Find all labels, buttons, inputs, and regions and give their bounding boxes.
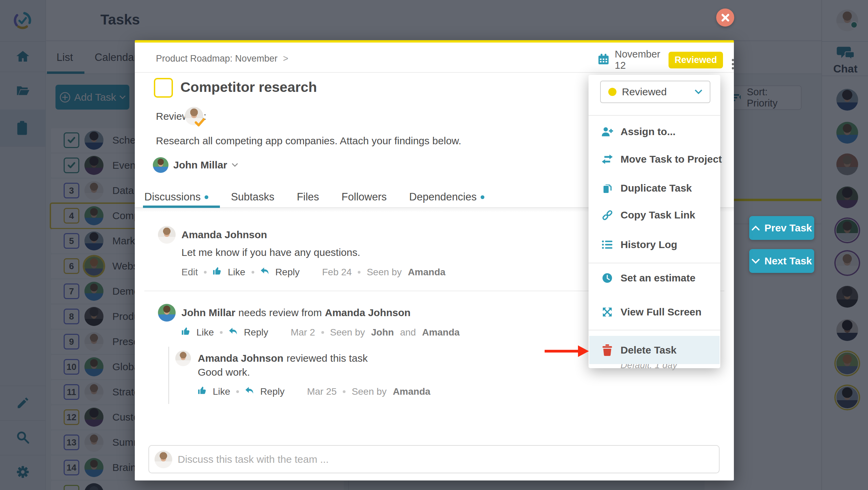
comment-input[interactable] bbox=[178, 446, 712, 473]
reply-icon bbox=[260, 267, 269, 278]
unread-dot bbox=[481, 195, 484, 199]
chevron-down-icon bbox=[232, 163, 238, 167]
breadcrumb-separator: > bbox=[283, 53, 288, 64]
menu-item-history[interactable]: History Log bbox=[589, 232, 720, 257]
comment-body: Let me know if you have any questions. bbox=[181, 247, 360, 258]
comment-body: Good work. bbox=[198, 366, 250, 378]
status-value: Reviewed bbox=[622, 86, 667, 98]
unread-dot bbox=[205, 195, 208, 199]
status-select[interactable]: Reviewed bbox=[600, 81, 710, 103]
seen-by: Seen by bbox=[330, 327, 365, 338]
app-screen: Tasks List Calendar Add Task Sched Event… bbox=[0, 0, 868, 490]
comment-author[interactable]: Amanda Johnson bbox=[181, 229, 267, 241]
task-title: Competitor research bbox=[180, 79, 317, 95]
chevron-down-icon bbox=[695, 89, 702, 94]
seen-by-name: Amanda bbox=[422, 327, 460, 338]
tab-subtasks[interactable]: Subtasks bbox=[231, 191, 274, 203]
tab-discussions[interactable]: Discussions bbox=[144, 191, 208, 203]
menu-item-assign[interactable]: Assign to... bbox=[589, 119, 720, 144]
comment-title: Amanda Johnson reviewed this task bbox=[198, 353, 368, 364]
reply-icon bbox=[245, 386, 254, 397]
chevron-down-icon bbox=[752, 259, 760, 264]
task-options-menu: Reviewed Assign to... Move Task to Proje… bbox=[589, 75, 720, 368]
like-icon bbox=[198, 386, 207, 397]
comment-actions: Like Reply Mar 25 Seen by Amanda bbox=[198, 386, 430, 397]
prev-task-button[interactable]: Prev Task bbox=[749, 216, 814, 240]
comment-target[interactable]: Amanda Johnson bbox=[325, 307, 411, 318]
menu-item-duplicate[interactable]: Duplicate Task bbox=[589, 176, 720, 200]
tab-dependencies[interactable]: Dependencies bbox=[409, 191, 484, 203]
menu-item-estimate[interactable]: Set an estimate bbox=[589, 266, 720, 290]
comment-avatar bbox=[175, 350, 191, 366]
reply-icon bbox=[229, 327, 238, 338]
breadcrumb-project[interactable]: Product Roadmap: November bbox=[156, 53, 277, 64]
seen-by-name: John bbox=[371, 327, 394, 338]
chevron-up-icon bbox=[752, 226, 760, 231]
like-link[interactable]: Like bbox=[196, 327, 214, 338]
link-icon bbox=[601, 209, 613, 221]
seen-by-name: Amanda bbox=[408, 267, 445, 278]
reply-link[interactable]: Reply bbox=[275, 267, 300, 278]
comment-avatar bbox=[158, 304, 176, 322]
history-log-icon bbox=[601, 240, 613, 249]
like-icon bbox=[181, 327, 190, 338]
assignee-avatar bbox=[153, 157, 168, 173]
comment-date: Mar 2 bbox=[291, 327, 315, 338]
comment-avatar bbox=[158, 226, 176, 244]
trash-icon bbox=[601, 344, 613, 356]
active-tab-underline bbox=[143, 206, 220, 208]
reply-link[interactable]: Reply bbox=[260, 386, 285, 397]
close-icon bbox=[721, 13, 730, 22]
menu-item-copy-link[interactable]: Copy Task Link bbox=[589, 203, 720, 227]
close-button[interactable] bbox=[716, 9, 734, 27]
composer-avatar bbox=[155, 451, 172, 468]
calendar-icon[interactable] bbox=[598, 53, 609, 66]
menu-item-delete[interactable]: Delete Task bbox=[589, 338, 720, 362]
tab-files[interactable]: Files bbox=[297, 191, 319, 203]
comment-actions: Like Reply Mar 2 Seen by John and Amanda bbox=[181, 327, 460, 338]
next-task-button[interactable]: Next Task bbox=[749, 249, 814, 273]
comment-author[interactable]: Amanda Johnson bbox=[198, 353, 284, 364]
comment-date: Mar 25 bbox=[307, 386, 337, 397]
assign-icon bbox=[601, 127, 613, 137]
menu-item-move[interactable]: Move Task to Project bbox=[589, 147, 720, 172]
like-link[interactable]: Like bbox=[213, 386, 230, 397]
task-complete-checkbox[interactable] bbox=[154, 78, 173, 98]
status-dot bbox=[608, 88, 616, 96]
tab-followers[interactable]: Followers bbox=[341, 191, 387, 203]
thread-line bbox=[168, 347, 169, 404]
comment-actions: Edit Like Reply Feb 24 Seen by Amanda bbox=[181, 266, 446, 278]
more-menu-icon[interactable] bbox=[732, 59, 734, 61]
reviewer-approved-check-icon bbox=[195, 118, 205, 128]
menu-item-fullscreen[interactable]: View Full Screen bbox=[589, 300, 720, 324]
fullscreen-icon bbox=[601, 307, 613, 317]
status-badge[interactable]: Reviewed bbox=[669, 52, 723, 68]
annotation-arrow bbox=[545, 345, 589, 358]
assignee-name: John Millar bbox=[173, 159, 227, 171]
breadcrumb[interactable]: Product Roadmap: November > bbox=[156, 53, 288, 64]
seen-by: Seen by bbox=[352, 386, 387, 397]
seen-by: Seen by bbox=[367, 267, 402, 278]
task-description: Research all competing app companies. At… bbox=[156, 135, 461, 147]
duplicate-icon bbox=[601, 183, 613, 194]
move-icon bbox=[601, 154, 613, 164]
like-icon bbox=[213, 266, 222, 278]
comment-title: John Millar needs review from Amanda Joh… bbox=[181, 307, 411, 318]
like-link[interactable]: Like bbox=[228, 267, 245, 278]
due-date[interactable]: November 12 bbox=[615, 49, 663, 71]
edit-link[interactable]: Edit bbox=[181, 267, 198, 278]
reply-link[interactable]: Reply bbox=[244, 327, 268, 338]
assignee[interactable]: John Millar bbox=[153, 157, 238, 173]
comment-author[interactable]: John Millar bbox=[181, 307, 235, 318]
comment-date: Feb 24 bbox=[322, 267, 352, 278]
comment-composer[interactable] bbox=[148, 445, 720, 473]
clock-icon bbox=[601, 273, 613, 283]
seen-by-name: Amanda bbox=[393, 386, 430, 397]
